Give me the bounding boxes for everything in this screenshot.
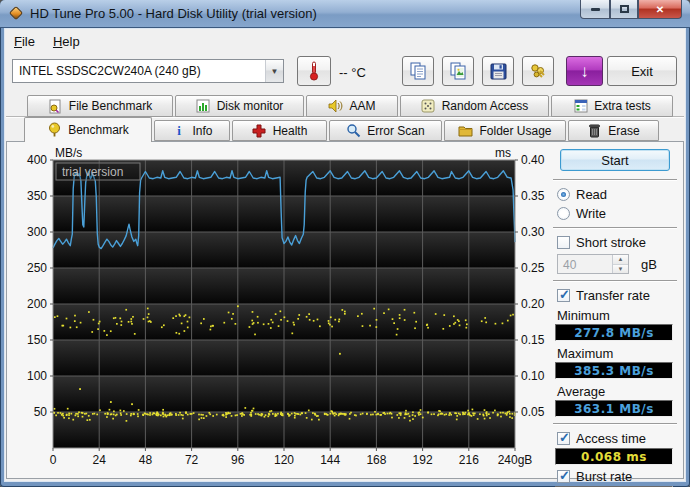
disk-monitor-icon bbox=[196, 99, 211, 114]
tab-random-access[interactable]: Random Access bbox=[400, 95, 549, 117]
tab-aam[interactable]: AAM bbox=[306, 95, 398, 117]
read-radio[interactable] bbox=[557, 188, 570, 201]
svg-text:MB/s: MB/s bbox=[55, 148, 82, 160]
download-upgrade-button[interactable]: ↓ bbox=[566, 56, 603, 86]
close-button[interactable]: ✕ bbox=[638, 0, 682, 19]
transfer-rate-option[interactable]: Transfer rate bbox=[557, 288, 677, 303]
burst-rate-checkbox[interactable] bbox=[557, 470, 570, 483]
tab-benchmark[interactable]: Benchmark bbox=[24, 117, 152, 142]
svg-text:100: 100 bbox=[27, 369, 47, 383]
svg-text:48: 48 bbox=[139, 453, 153, 467]
tab-disk-monitor[interactable]: Disk monitor bbox=[175, 95, 304, 117]
separator bbox=[553, 280, 677, 282]
tab-error-scan[interactable]: Error Scan bbox=[329, 120, 442, 141]
svg-text:0.15: 0.15 bbox=[521, 333, 545, 347]
title-bar[interactable]: HD Tune Pro 5.00 - Hard Disk Utility (tr… bbox=[0, 0, 690, 28]
size-spinner[interactable]: 40 ▲▼ bbox=[557, 254, 629, 274]
separator bbox=[553, 227, 677, 229]
maximum-label: Maximum bbox=[557, 346, 677, 361]
svg-text:240gB: 240gB bbox=[498, 453, 533, 467]
health-cross-icon bbox=[252, 123, 267, 138]
copy-text-button[interactable] bbox=[402, 56, 434, 86]
svg-text:50: 50 bbox=[34, 405, 48, 419]
exit-button[interactable]: Exit bbox=[607, 56, 677, 86]
short-stroke-checkbox[interactable] bbox=[557, 236, 570, 249]
tab-row-primary: Benchmark i Info Health Error Scan bbox=[24, 117, 659, 141]
svg-text:trial version: trial version bbox=[62, 165, 123, 179]
transfer-rate-checkbox[interactable] bbox=[557, 289, 570, 302]
read-option[interactable]: Read bbox=[557, 187, 677, 202]
svg-text:150: 150 bbox=[27, 333, 47, 347]
trash-icon bbox=[587, 123, 602, 138]
save-icon bbox=[490, 63, 507, 80]
drive-selector[interactable]: INTEL SSDSC2CW240A (240 gB) ▼ bbox=[12, 59, 284, 83]
svg-text:0.10: 0.10 bbox=[521, 369, 545, 383]
svg-text:24: 24 bbox=[93, 453, 107, 467]
spinner-arrows[interactable]: ▲▼ bbox=[612, 255, 628, 273]
access-time-checkbox[interactable] bbox=[557, 432, 570, 445]
maximum-value: 385.3 MB/s bbox=[555, 362, 673, 379]
separator bbox=[553, 423, 677, 425]
menu-bar: File Help bbox=[5, 29, 685, 53]
svg-text:400: 400 bbox=[27, 153, 47, 167]
svg-text:168: 168 bbox=[366, 453, 386, 467]
dice-icon bbox=[421, 99, 436, 114]
write-radio[interactable] bbox=[557, 207, 570, 220]
burst-rate-option[interactable]: Burst rate bbox=[557, 469, 677, 484]
speaker-icon bbox=[328, 99, 343, 114]
spin-up-icon[interactable]: ▲ bbox=[613, 255, 628, 265]
access-time-option[interactable]: Access time bbox=[557, 431, 677, 446]
client-area: File Help INTEL SSDSC2CW240A (240 gB) ▼ … bbox=[4, 28, 686, 482]
tab-health[interactable]: Health bbox=[232, 120, 327, 141]
svg-text:144: 144 bbox=[320, 453, 340, 467]
minimum-value: 277.8 MB/s bbox=[555, 324, 673, 341]
app-window: HD Tune Pro 5.00 - Hard Disk Utility (tr… bbox=[0, 0, 690, 487]
window-title: HD Tune Pro 5.00 - Hard Disk Utility (tr… bbox=[30, 6, 317, 21]
maximize-button[interactable] bbox=[610, 0, 638, 19]
svg-text:0.05: 0.05 bbox=[521, 405, 545, 419]
thermometer-icon bbox=[307, 61, 321, 81]
tab-folder-usage[interactable]: Folder Usage bbox=[444, 120, 566, 141]
average-label: Average bbox=[557, 384, 677, 399]
svg-text:0.30: 0.30 bbox=[521, 225, 545, 239]
start-button[interactable]: Start bbox=[560, 149, 670, 171]
access-time-value: 0.068 ms bbox=[555, 448, 673, 465]
temperature-button[interactable] bbox=[297, 56, 331, 86]
svg-text:0.35: 0.35 bbox=[521, 189, 545, 203]
tab-extra-tests[interactable]: Extra tests bbox=[551, 95, 673, 117]
options-icon bbox=[529, 62, 547, 80]
tab-file-benchmark[interactable]: File Benchmark bbox=[27, 95, 173, 117]
menu-file[interactable]: File bbox=[5, 31, 44, 52]
chevron-down-icon[interactable]: ▼ bbox=[265, 60, 283, 82]
svg-text:350: 350 bbox=[27, 189, 47, 203]
tab-erase[interactable]: Erase bbox=[568, 120, 659, 141]
svg-text:192: 192 bbox=[413, 453, 433, 467]
write-option[interactable]: Write bbox=[557, 206, 677, 221]
copy-text-icon bbox=[410, 62, 427, 80]
menu-help[interactable]: Help bbox=[44, 31, 89, 52]
svg-text:200: 200 bbox=[27, 297, 47, 311]
svg-text:96: 96 bbox=[231, 453, 245, 467]
file-benchmark-icon bbox=[48, 99, 63, 114]
minimize-button[interactable] bbox=[580, 0, 610, 19]
drive-selector-value: INTEL SSDSC2CW240A (240 gB) bbox=[13, 64, 265, 78]
svg-text:72: 72 bbox=[185, 453, 199, 467]
benchmark-icon bbox=[47, 123, 62, 138]
short-stroke-option[interactable]: Short stroke bbox=[557, 235, 677, 250]
size-unit: gB bbox=[641, 257, 657, 272]
copy-screenshot-button[interactable] bbox=[442, 56, 474, 86]
svg-text:216: 216 bbox=[459, 453, 479, 467]
copy-image-icon bbox=[450, 62, 467, 80]
app-icon bbox=[9, 6, 24, 21]
minimize-icon bbox=[591, 8, 600, 11]
svg-text:ms: ms bbox=[495, 148, 511, 160]
save-button[interactable] bbox=[482, 56, 514, 86]
download-arrow-icon: ↓ bbox=[580, 63, 589, 80]
separator bbox=[553, 179, 677, 181]
spin-down-icon[interactable]: ▼ bbox=[613, 265, 628, 274]
maximize-icon bbox=[620, 5, 629, 13]
tab-info[interactable]: i Info bbox=[154, 120, 230, 141]
options-button[interactable] bbox=[522, 56, 554, 86]
extra-tests-icon bbox=[573, 99, 588, 114]
svg-text:0: 0 bbox=[50, 453, 57, 467]
